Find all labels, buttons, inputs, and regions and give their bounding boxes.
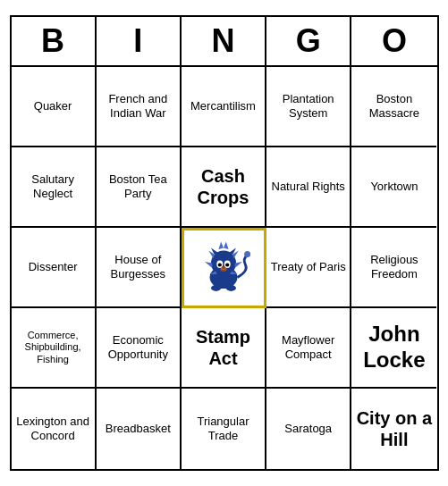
cell-2-4: Natural Rights [266, 147, 351, 228]
cell-5-4: Saratoga [266, 389, 351, 469]
cell-2-5: Yorktown [351, 147, 436, 228]
cell-4-4: Mayflower Compact [266, 308, 351, 389]
svg-point-12 [218, 263, 222, 266]
cell-4-5: John Locke [351, 308, 436, 389]
header-o: O [351, 17, 436, 65]
cell-2-2: Boston Tea Party [97, 147, 182, 228]
cell-1-2: French and Indian War [97, 67, 182, 147]
cell-1-1: Quaker [12, 67, 97, 147]
cell-3-3-free [182, 228, 266, 308]
cell-1-3: Mercantilism [182, 67, 266, 147]
bingo-card: B I N G O Quaker French and Indian War M… [10, 15, 439, 471]
cell-2-3: Cash Crops [182, 147, 266, 228]
free-space-content [186, 232, 262, 304]
cell-1-4: Plantation System [266, 67, 351, 147]
header-i: I [97, 17, 182, 65]
svg-point-13 [226, 263, 230, 266]
lion-icon [192, 237, 255, 299]
svg-marker-2 [224, 242, 229, 249]
cell-1-5: Boston Massacre [351, 67, 436, 147]
cell-5-3: Triangular Trade [182, 389, 266, 469]
svg-point-20 [245, 251, 251, 257]
cell-4-2: Economic Opportunity [97, 308, 182, 389]
header-n: N [182, 17, 266, 65]
header-b: B [12, 17, 97, 65]
svg-marker-3 [219, 242, 224, 249]
bingo-grid: Quaker French and Indian War Mercantilis… [12, 67, 437, 469]
cell-3-5: Religious Freedom [351, 228, 436, 308]
cell-4-3: Stamp Act [182, 308, 266, 389]
bingo-header: B I N G O [12, 17, 437, 67]
header-g: G [266, 17, 351, 65]
cell-4-1: Commerce, Shipbuilding, Fishing [12, 308, 97, 389]
cell-2-1: Salutary Neglect [12, 147, 97, 228]
cell-5-5: City on a Hill [351, 389, 436, 469]
cell-5-2: Breadbasket [97, 389, 182, 469]
svg-point-15 [222, 266, 225, 269]
svg-point-18 [211, 285, 221, 291]
cell-3-4: Treaty of Paris [266, 228, 351, 308]
cell-5-1: Lexington and Concord [12, 389, 97, 469]
cell-3-1: Dissenter [12, 228, 97, 308]
svg-point-19 [226, 285, 236, 291]
cell-3-2: House of Burgesses [97, 228, 182, 308]
